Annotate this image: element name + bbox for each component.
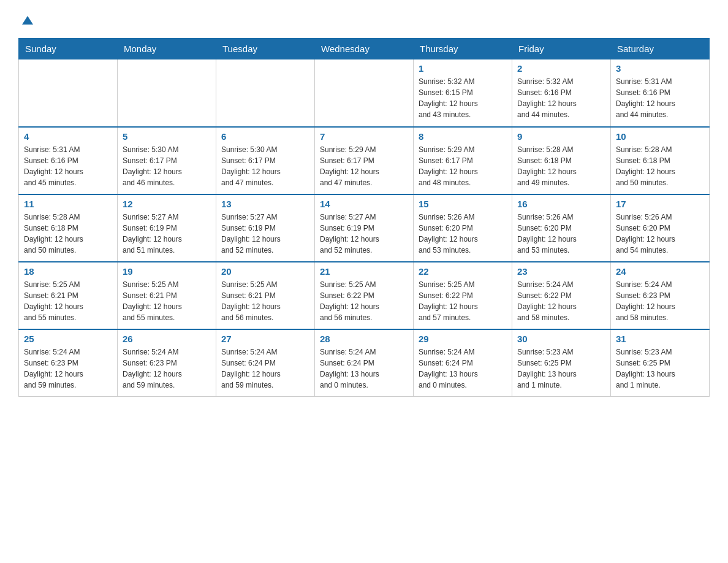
calendar-cell: 31Sunrise: 5:23 AM Sunset: 6:25 PM Dayli… — [611, 329, 710, 397]
calendar-cell: 13Sunrise: 5:27 AM Sunset: 6:19 PM Dayli… — [216, 194, 315, 262]
day-number: 27 — [221, 334, 309, 344]
day-number: 21 — [320, 266, 408, 277]
day-number: 17 — [616, 199, 704, 209]
calendar-cell: 5Sunrise: 5:30 AM Sunset: 6:17 PM Daylig… — [118, 127, 216, 194]
calendar-cell: 26Sunrise: 5:24 AM Sunset: 6:23 PM Dayli… — [118, 329, 216, 397]
day-number: 28 — [320, 334, 408, 344]
calendar-cell: 6Sunrise: 5:30 AM Sunset: 6:17 PM Daylig… — [216, 127, 315, 194]
day-number: 30 — [517, 334, 605, 344]
day-info: Sunrise: 5:26 AM Sunset: 6:20 PM Dayligh… — [517, 212, 605, 256]
calendar-cell: 28Sunrise: 5:24 AM Sunset: 6:24 PM Dayli… — [315, 329, 414, 397]
calendar-cell: 8Sunrise: 5:29 AM Sunset: 6:17 PM Daylig… — [414, 127, 512, 194]
calendar-cell: 9Sunrise: 5:28 AM Sunset: 6:18 PM Daylig… — [512, 127, 611, 194]
day-number: 13 — [221, 199, 309, 209]
day-number: 9 — [517, 131, 605, 142]
calendar-cell: 1Sunrise: 5:32 AM Sunset: 6:15 PM Daylig… — [414, 59, 512, 127]
day-number: 23 — [517, 266, 605, 277]
day-info: Sunrise: 5:31 AM Sunset: 6:16 PM Dayligh… — [24, 144, 112, 188]
weekday-header-wednesday: Wednesday — [315, 39, 414, 59]
calendar-cell: 27Sunrise: 5:24 AM Sunset: 6:24 PM Dayli… — [216, 329, 315, 397]
calendar-cell: 16Sunrise: 5:26 AM Sunset: 6:20 PM Dayli… — [512, 194, 611, 262]
calendar-cell: 2Sunrise: 5:32 AM Sunset: 6:16 PM Daylig… — [512, 59, 611, 127]
day-number: 25 — [24, 334, 112, 344]
weekday-header-saturday: Saturday — [611, 39, 710, 59]
calendar-cell: 21Sunrise: 5:25 AM Sunset: 6:22 PM Dayli… — [315, 262, 414, 329]
weekday-header-row: SundayMondayTuesdayWednesdayThursdayFrid… — [19, 39, 710, 59]
weekday-header-sunday: Sunday — [19, 39, 118, 59]
svg-marker-0 — [22, 16, 33, 25]
calendar-cell: 30Sunrise: 5:23 AM Sunset: 6:25 PM Dayli… — [512, 329, 611, 397]
calendar-week-row: 1Sunrise: 5:32 AM Sunset: 6:15 PM Daylig… — [19, 59, 710, 127]
calendar-cell: 11Sunrise: 5:28 AM Sunset: 6:18 PM Dayli… — [19, 194, 118, 262]
day-info: Sunrise: 5:25 AM Sunset: 6:21 PM Dayligh… — [221, 279, 309, 323]
day-number: 22 — [419, 266, 507, 277]
day-number: 3 — [616, 63, 704, 74]
day-info: Sunrise: 5:25 AM Sunset: 6:21 PM Dayligh… — [24, 279, 112, 323]
weekday-header-monday: Monday — [118, 39, 216, 59]
day-info: Sunrise: 5:23 AM Sunset: 6:25 PM Dayligh… — [616, 347, 704, 391]
day-info: Sunrise: 5:31 AM Sunset: 6:16 PM Dayligh… — [616, 76, 704, 120]
calendar-week-row: 4Sunrise: 5:31 AM Sunset: 6:16 PM Daylig… — [19, 127, 710, 194]
day-info: Sunrise: 5:29 AM Sunset: 6:17 PM Dayligh… — [320, 144, 408, 188]
calendar-cell — [315, 59, 414, 127]
calendar-cell: 7Sunrise: 5:29 AM Sunset: 6:17 PM Daylig… — [315, 127, 414, 194]
day-info: Sunrise: 5:32 AM Sunset: 6:16 PM Dayligh… — [517, 76, 605, 120]
calendar-week-row: 25Sunrise: 5:24 AM Sunset: 6:23 PM Dayli… — [19, 329, 710, 397]
day-info: Sunrise: 5:24 AM Sunset: 6:23 PM Dayligh… — [616, 279, 704, 323]
day-number: 14 — [320, 199, 408, 209]
day-number: 19 — [123, 266, 211, 277]
day-number: 5 — [123, 131, 211, 142]
day-info: Sunrise: 5:24 AM Sunset: 6:24 PM Dayligh… — [419, 347, 507, 391]
calendar-cell — [216, 59, 315, 127]
day-info: Sunrise: 5:30 AM Sunset: 6:17 PM Dayligh… — [123, 144, 211, 188]
day-number: 24 — [616, 266, 704, 277]
calendar-cell: 23Sunrise: 5:24 AM Sunset: 6:22 PM Dayli… — [512, 262, 611, 329]
day-info: Sunrise: 5:23 AM Sunset: 6:25 PM Dayligh… — [517, 347, 605, 391]
day-number: 11 — [24, 199, 112, 209]
calendar-cell: 22Sunrise: 5:25 AM Sunset: 6:22 PM Dayli… — [414, 262, 512, 329]
calendar-cell: 18Sunrise: 5:25 AM Sunset: 6:21 PM Dayli… — [19, 262, 118, 329]
day-number: 2 — [517, 63, 605, 74]
day-info: Sunrise: 5:27 AM Sunset: 6:19 PM Dayligh… — [320, 212, 408, 256]
logo-triangle-icon — [20, 11, 36, 27]
calendar-cell — [19, 59, 118, 127]
day-info: Sunrise: 5:27 AM Sunset: 6:19 PM Dayligh… — [221, 212, 309, 256]
logo — [18, 12, 36, 27]
calendar-cell: 25Sunrise: 5:24 AM Sunset: 6:23 PM Dayli… — [19, 329, 118, 397]
day-info: Sunrise: 5:25 AM Sunset: 6:22 PM Dayligh… — [419, 279, 507, 323]
calendar-cell: 19Sunrise: 5:25 AM Sunset: 6:21 PM Dayli… — [118, 262, 216, 329]
day-info: Sunrise: 5:24 AM Sunset: 6:23 PM Dayligh… — [24, 347, 112, 391]
day-info: Sunrise: 5:32 AM Sunset: 6:15 PM Dayligh… — [419, 76, 507, 120]
calendar-cell: 29Sunrise: 5:24 AM Sunset: 6:24 PM Dayli… — [414, 329, 512, 397]
day-info: Sunrise: 5:29 AM Sunset: 6:17 PM Dayligh… — [419, 144, 507, 188]
day-info: Sunrise: 5:27 AM Sunset: 6:19 PM Dayligh… — [123, 212, 211, 256]
day-info: Sunrise: 5:30 AM Sunset: 6:17 PM Dayligh… — [221, 144, 309, 188]
day-info: Sunrise: 5:24 AM Sunset: 6:24 PM Dayligh… — [221, 347, 309, 391]
calendar-cell: 12Sunrise: 5:27 AM Sunset: 6:19 PM Dayli… — [118, 194, 216, 262]
calendar-cell: 24Sunrise: 5:24 AM Sunset: 6:23 PM Dayli… — [611, 262, 710, 329]
calendar-cell: 4Sunrise: 5:31 AM Sunset: 6:16 PM Daylig… — [19, 127, 118, 194]
calendar-cell: 15Sunrise: 5:26 AM Sunset: 6:20 PM Dayli… — [414, 194, 512, 262]
day-number: 31 — [616, 334, 704, 344]
day-number: 18 — [24, 266, 112, 277]
day-info: Sunrise: 5:24 AM Sunset: 6:24 PM Dayligh… — [320, 347, 408, 391]
day-number: 29 — [419, 334, 507, 344]
calendar-cell: 10Sunrise: 5:28 AM Sunset: 6:18 PM Dayli… — [611, 127, 710, 194]
calendar-cell: 20Sunrise: 5:25 AM Sunset: 6:21 PM Dayli… — [216, 262, 315, 329]
day-info: Sunrise: 5:26 AM Sunset: 6:20 PM Dayligh… — [419, 212, 507, 256]
day-number: 15 — [419, 199, 507, 209]
day-number: 6 — [221, 131, 309, 142]
weekday-header-tuesday: Tuesday — [216, 39, 315, 59]
day-info: Sunrise: 5:25 AM Sunset: 6:21 PM Dayligh… — [123, 279, 211, 323]
calendar-cell: 14Sunrise: 5:27 AM Sunset: 6:19 PM Dayli… — [315, 194, 414, 262]
weekday-header-friday: Friday — [512, 39, 611, 59]
calendar-week-row: 18Sunrise: 5:25 AM Sunset: 6:21 PM Dayli… — [19, 262, 710, 329]
day-info: Sunrise: 5:28 AM Sunset: 6:18 PM Dayligh… — [616, 144, 704, 188]
day-info: Sunrise: 5:24 AM Sunset: 6:23 PM Dayligh… — [123, 347, 211, 391]
day-number: 4 — [24, 131, 112, 142]
page-header — [18, 12, 710, 27]
day-number: 1 — [419, 63, 507, 74]
day-number: 20 — [221, 266, 309, 277]
day-info: Sunrise: 5:28 AM Sunset: 6:18 PM Dayligh… — [24, 212, 112, 256]
weekday-header-thursday: Thursday — [414, 39, 512, 59]
